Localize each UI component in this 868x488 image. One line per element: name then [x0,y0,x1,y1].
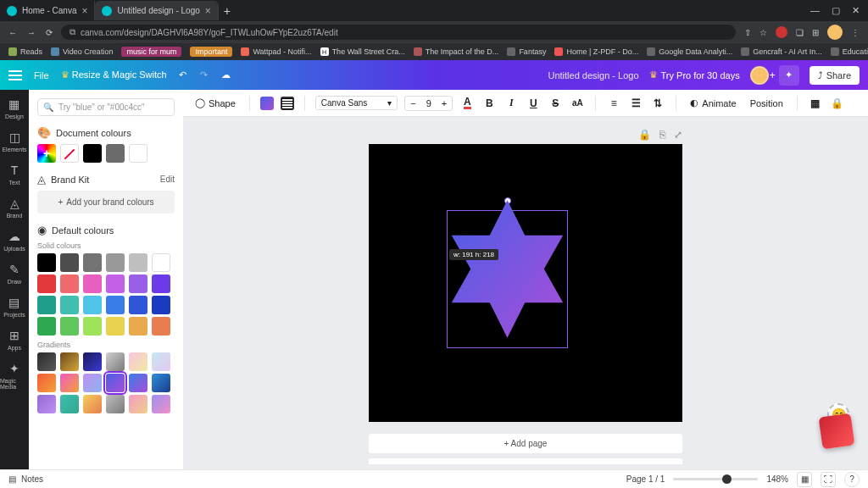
bookmark-item[interactable]: Gencraft - AI Art In... [741,47,822,56]
list-button[interactable]: ☰ [628,96,643,111]
fullscreen-icon[interactable]: ⛶ [821,472,836,487]
italic-button[interactable]: I [504,96,519,111]
swatch[interactable] [152,296,170,314]
swatch[interactable] [152,274,170,293]
swatch[interactable] [129,253,147,272]
bookmark-item[interactable]: Wattpad - Notifi... [241,47,311,56]
swatch[interactable] [83,352,102,371]
swatch[interactable] [152,395,170,413]
swatch[interactable] [37,395,56,413]
canvas-scroll[interactable]: 🔒 ⎘ ⤢ ⤡ w: 191 h: 218 + Add page [183,117,868,469]
swatch[interactable] [106,274,125,293]
file-menu[interactable]: File [34,70,49,80]
swatch[interactable] [129,374,147,392]
swatch[interactable] [60,317,79,336]
swatch[interactable] [60,253,79,272]
zoom-value[interactable]: 148% [766,474,788,484]
bookmark-item[interactable]: Fantasy [507,47,546,56]
swatch[interactable] [129,296,147,314]
close-window-icon[interactable]: ✕ [852,5,860,16]
swatch[interactable] [152,374,170,392]
swatch[interactable] [152,253,170,272]
font-select[interactable]: Canva Sans▾ [315,96,398,110]
color-search[interactable]: 🔍Try "blue" or "#00c4cc" [37,98,175,116]
swatch[interactable] [129,352,147,371]
rail-text[interactable]: TText [7,163,22,186]
animate-button[interactable]: ◐Animate [687,95,739,111]
bookmark-item[interactable]: HThe Wall Street Cra... [320,47,405,56]
duplicate-page-icon[interactable]: ⎘ [659,129,665,141]
swatch[interactable] [106,296,125,314]
doc-title[interactable]: Untitled design - Logo [548,70,639,80]
minimize-icon[interactable]: — [810,5,820,16]
swatch[interactable] [37,253,56,272]
shape-button[interactable]: ◯Shape [192,95,239,111]
swatch[interactable] [37,374,56,392]
swatch[interactable] [106,352,125,371]
swatch[interactable] [60,274,79,293]
rail-brand[interactable]: ◬Brand [7,196,23,219]
swatch[interactable] [83,253,102,272]
position-button[interactable]: Position [747,96,787,111]
star-shape[interactable] [434,196,581,342]
swatch[interactable] [106,144,125,163]
swatch[interactable] [83,374,102,392]
transparency-button[interactable]: ▦ [808,96,823,111]
case-button[interactable]: aA [570,96,585,111]
help-icon[interactable]: ? [844,472,860,487]
swatch[interactable] [37,274,56,293]
swatch[interactable] [60,144,79,163]
bookmark-item[interactable]: Important [190,47,232,57]
share-button[interactable]: ⤴Share [810,66,860,85]
swatch[interactable] [106,374,125,392]
strike-button[interactable]: S [548,96,563,111]
rail-projects[interactable]: ▤Projects [3,295,25,318]
menu-button[interactable] [8,70,22,80]
zoom-slider[interactable] [673,478,758,480]
edit-brand-button[interactable]: Edit [160,175,175,184]
swatch[interactable] [129,395,147,413]
close-icon[interactable]: × [81,5,87,17]
floating-promo-badge[interactable] [819,413,855,450]
try-pro-button[interactable]: ♛Try Pro for 30 days [649,69,740,80]
page-indicator[interactable]: Page 1 / 1 [626,474,665,484]
bookmark-item[interactable]: Reads [8,47,42,56]
ext-icon[interactable] [776,26,787,38]
swatch[interactable] [152,352,170,371]
resize-menu[interactable]: ♛ Resize & Magic Switch [61,69,167,80]
share-icon[interactable]: ⇧ [744,28,751,37]
align-button[interactable]: ≡ [606,96,621,111]
swatch[interactable] [106,253,125,272]
swatch[interactable] [83,296,102,314]
swatch[interactable] [129,274,147,293]
tab-home[interactable]: Home - Canva× [0,1,95,20]
swatch[interactable] [83,395,102,413]
new-tab-button[interactable]: + [224,4,231,18]
undo-icon[interactable]: ↶ [179,69,186,80]
notes-button[interactable]: Notes [21,474,43,484]
profile-avatar[interactable] [827,25,843,40]
extensions-icon[interactable]: ⊞ [812,28,819,37]
ai-button[interactable]: ✦ [779,65,799,86]
reload-icon[interactable]: ⟳ [46,28,53,37]
swatch[interactable] [152,317,170,336]
rail-uploads[interactable]: ☁Uploads [3,229,25,252]
bookmark-item[interactable]: Home | Z-PDF - Do... [554,47,638,56]
star-icon[interactable]: ☆ [760,28,767,37]
bookmark-item[interactable]: Google Data Analyti... [647,47,732,56]
swatch[interactable] [129,144,147,163]
tab-design[interactable]: Untitled design - Logo× [95,1,218,20]
user-avatar[interactable] [750,66,769,85]
redo-icon[interactable]: ↷ [200,69,208,80]
spacing-button[interactable]: ⇅ [650,96,665,111]
bookmark-item[interactable]: Education [831,47,868,56]
rail-elements[interactable]: ◫Elements [2,130,26,152]
minus-icon[interactable]: − [405,97,420,110]
swatch[interactable] [60,395,79,413]
rail-design[interactable]: ▦Design [5,97,24,119]
forward-icon[interactable]: → [27,28,36,37]
swatch[interactable] [83,317,102,336]
bookmark-icon[interactable]: ❏ [796,28,804,37]
add-page-button[interactable]: + Add page [369,434,682,453]
rail-apps[interactable]: ⊞Apps [7,328,22,351]
